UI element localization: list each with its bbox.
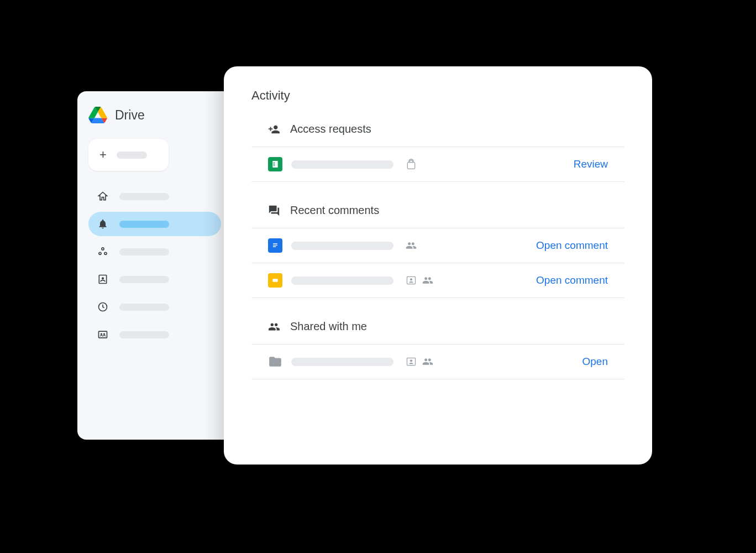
docs-icon <box>268 238 282 253</box>
open-comment-link[interactable]: Open comment <box>536 239 608 252</box>
svg-point-4 <box>102 277 104 279</box>
circles-icon <box>97 246 108 257</box>
section-shared-with-me: Shared with me Open <box>251 320 624 379</box>
sidebar-item-home[interactable] <box>88 184 221 208</box>
people-icon <box>422 275 433 286</box>
svg-point-7 <box>101 333 102 335</box>
section-header: Recent comments <box>251 204 624 228</box>
section-header: Shared with me <box>251 320 624 345</box>
sidebar-item-activity[interactable] <box>88 212 221 236</box>
svg-rect-6 <box>99 331 107 338</box>
svg-point-2 <box>104 252 107 254</box>
sidebar-title: Drive <box>115 108 145 123</box>
shared-item[interactable]: Open <box>251 345 624 379</box>
sidebar-header: Drive <box>88 107 221 123</box>
panel-title: Activity <box>251 88 624 103</box>
meta-icons <box>406 356 433 367</box>
drive-sidebar: Drive + <box>77 91 232 440</box>
sidebar-item-recent[interactable] <box>88 295 221 319</box>
access-request-item[interactable]: Review <box>251 147 624 182</box>
people-icon <box>406 240 417 251</box>
svg-rect-9 <box>272 279 277 281</box>
people-box-icon <box>97 329 108 340</box>
nav-label-placeholder <box>119 304 169 311</box>
filename-placeholder <box>291 160 393 169</box>
section-title: Access requests <box>290 123 371 135</box>
sidebar-item-workspaces[interactable] <box>88 239 221 264</box>
section-header: Access requests <box>251 123 624 147</box>
nav-label-placeholder <box>119 221 169 228</box>
section-recent-comments: Recent comments Open comment Open commen… <box>251 204 624 298</box>
home-icon <box>97 191 108 202</box>
svg-point-0 <box>102 248 104 250</box>
filename-placeholder <box>291 242 393 250</box>
comment-item[interactable]: Open comment <box>251 263 624 298</box>
nav-label-placeholder <box>119 193 169 200</box>
people-icon <box>268 321 280 333</box>
lock-icon <box>406 159 417 170</box>
nav-label-placeholder <box>119 331 169 338</box>
comment-icon <box>268 205 280 217</box>
review-link[interactable]: Review <box>574 158 608 170</box>
contact-icon <box>97 274 108 285</box>
sidebar-item-shared-drives[interactable] <box>88 267 221 291</box>
person-add-icon <box>268 123 280 135</box>
svg-point-11 <box>410 278 412 280</box>
drive-logo-icon <box>88 107 107 123</box>
person-box-icon <box>406 275 417 286</box>
slides-icon <box>268 273 282 288</box>
meta-icons <box>406 275 433 286</box>
bell-icon <box>97 218 108 229</box>
person-box-icon <box>406 356 417 367</box>
open-comment-link[interactable]: Open comment <box>536 274 608 286</box>
svg-point-8 <box>103 333 105 335</box>
activity-panel: Activity Access requests Review Recent c… <box>224 66 652 465</box>
nav-label-placeholder <box>119 276 169 283</box>
meta-icons <box>406 240 417 251</box>
filename-placeholder <box>291 276 393 285</box>
open-link[interactable]: Open <box>582 356 608 368</box>
sidebar-item-shared[interactable] <box>88 322 221 347</box>
svg-point-1 <box>99 252 101 254</box>
section-title: Recent comments <box>290 204 379 217</box>
sheets-icon <box>268 157 282 171</box>
section-title: Shared with me <box>290 320 367 333</box>
folder-icon <box>268 354 282 369</box>
clock-icon <box>97 301 108 312</box>
section-access-requests: Access requests Review <box>251 123 624 182</box>
comment-item[interactable]: Open comment <box>251 228 624 263</box>
svg-point-13 <box>410 359 412 362</box>
filename-placeholder <box>291 358 393 366</box>
nav-label-placeholder <box>119 248 169 255</box>
new-button-label-placeholder <box>117 152 147 159</box>
meta-icons <box>406 159 417 170</box>
new-button[interactable]: + <box>88 139 169 171</box>
plus-icon: + <box>99 148 107 162</box>
people-icon <box>422 356 433 367</box>
